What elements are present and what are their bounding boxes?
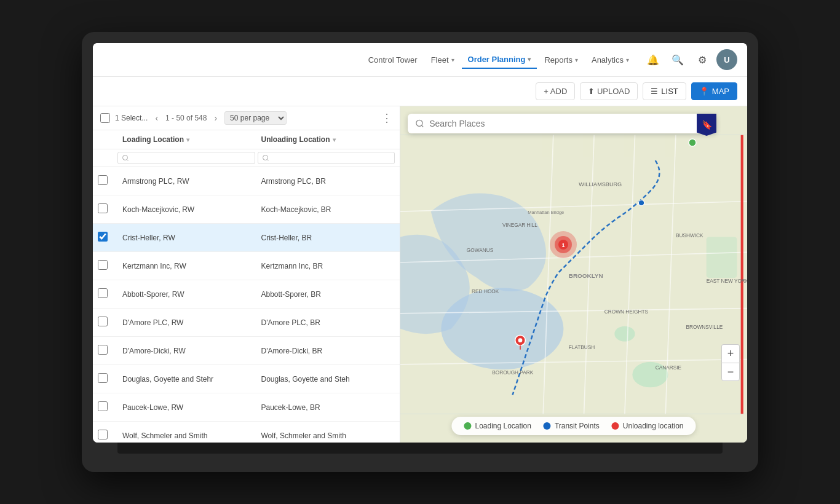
unloading-location-header[interactable]: Unloading Location ▾: [256, 130, 395, 149]
row-checkbox-cell-1: [98, 175, 117, 187]
svg-point-4: [614, 326, 635, 342]
transit-pin: [637, 199, 646, 210]
column-headers: Loading Location ▾ Unloading Location ▾: [93, 130, 400, 149]
row-5-loading: Abbott-Sporer, RW: [117, 286, 256, 302]
per-page-select[interactable]: 50 per page 25 per page 100 per page: [224, 111, 287, 125]
row-8-checkbox[interactable]: [98, 373, 108, 383]
nav-reports[interactable]: Reports ▾: [538, 52, 584, 68]
svg-text:BUSHWICK: BUSHWICK: [676, 232, 703, 238]
map-legend: Loading Location Transit Points Unloadin…: [451, 417, 695, 435]
fleet-chevron: ▾: [451, 57, 454, 63]
row-1-checkbox[interactable]: [98, 175, 108, 185]
list-icon: ☰: [651, 87, 658, 96]
map-view-button[interactable]: 📍 MAP: [691, 82, 737, 100]
nav-order-planning[interactable]: Order Planning ▾: [462, 51, 537, 69]
row-10-checkbox[interactable]: [98, 430, 108, 439]
svg-text:RED HOOK: RED HOOK: [472, 288, 499, 294]
zoom-in-button[interactable]: +: [721, 344, 740, 363]
row-10-unloading: Wolf, Schmeler and Smith: [256, 428, 395, 443]
svg-text:CANARSIE: CANARSIE: [656, 364, 682, 371]
svg-text:EAST NEW YORK: EAST NEW YORK: [707, 278, 747, 284]
selected-count: 1 Select...: [115, 114, 148, 122]
content-area: 1 Select... ‹ 1 - 50 of 548 › 50 per pag…: [93, 106, 747, 443]
row-3-unloading: Crist-Heller, BR: [256, 230, 395, 246]
row-5-checkbox[interactable]: [98, 288, 108, 298]
nav-fleet[interactable]: Fleet ▾: [425, 52, 461, 68]
loading-legend-label: Loading Location: [475, 422, 531, 430]
map-icon: 📍: [699, 87, 709, 96]
table-row: Wolf, Schmeler and Smith Wolf, Schmeler …: [93, 422, 400, 443]
svg-point-28: [689, 139, 696, 146]
row-5-unloading: Abbott-Sporer, BR: [256, 286, 395, 302]
table-row: D'Amore PLC, RW D'Amore PLC, BR: [93, 309, 400, 337]
map-search-bar: [408, 114, 716, 133]
svg-point-33: [638, 200, 644, 205]
svg-text:BROWNSVILLE: BROWNSVILLE: [686, 324, 723, 330]
row-8-loading: Douglas, Goyette and Stehr: [117, 371, 256, 387]
upload-button[interactable]: ⬆ UPLOAD: [580, 82, 638, 100]
add-button[interactable]: + ADD: [536, 82, 575, 100]
loading-location-search[interactable]: [117, 152, 255, 164]
map-search-input[interactable]: [429, 119, 709, 128]
nav-analytics[interactable]: Analytics ▾: [585, 52, 635, 68]
row-1-unloading: Armstrong PLC, BR: [256, 173, 395, 189]
user-avatar-button[interactable]: U: [716, 49, 737, 70]
zoom-out-button[interactable]: −: [721, 363, 740, 381]
unloading-sort-icon: ▾: [333, 136, 336, 143]
laptop-frame: Control Tower Fleet ▾ Order Planning ▾ R…: [82, 32, 758, 472]
svg-text:BOROUGH PARK: BOROUGH PARK: [492, 369, 534, 376]
row-4-checkbox[interactable]: [98, 260, 108, 270]
row-9-checkbox[interactable]: [98, 401, 108, 411]
svg-text:WILLIAMSBURG: WILLIAMSBURG: [579, 181, 622, 187]
search-button[interactable]: 🔍: [667, 49, 688, 70]
row-2-loading: Koch-Macejkovic, RW: [117, 202, 256, 218]
next-page-button[interactable]: ›: [212, 112, 220, 124]
destination-pin: [687, 137, 698, 151]
row-6-loading: D'Amore PLC, RW: [117, 315, 256, 331]
svg-text:FLATBUSH: FLATBUSH: [569, 344, 595, 350]
nav-control-tower[interactable]: Control Tower: [362, 52, 424, 68]
row-7-unloading: D'Amore-Dicki, BR: [256, 343, 395, 359]
pagination-info: 1 - 50 of 548: [165, 114, 207, 122]
row-2-checkbox[interactable]: [98, 203, 108, 213]
notification-button[interactable]: 🔔: [643, 49, 664, 70]
zoom-controls: + −: [721, 344, 740, 381]
loading-pin-main: 1: [548, 229, 579, 262]
table-rows: Armstrong PLC, RW Armstrong PLC, BR Koch…: [93, 167, 400, 443]
list-view-button[interactable]: ☰ LIST: [643, 82, 686, 100]
order-planning-chevron: ▾: [528, 56, 531, 63]
row-3-loading: Crist-Heller, RW: [117, 230, 256, 246]
table-row: Abbott-Sporer, RW Abbott-Sporer, BR: [93, 280, 400, 309]
select-all-checkbox[interactable]: [100, 113, 110, 123]
map-panel: WILLIAMSBURG VINEGAR HILL BROOKLYN RED H…: [400, 106, 747, 443]
analytics-chevron: ▾: [626, 57, 629, 63]
svg-rect-5: [707, 237, 737, 278]
row-4-unloading: Kertzmann Inc, BR: [256, 258, 395, 274]
toolbar: + ADD ⬆ UPLOAD ☰ LIST 📍 MAP: [93, 77, 747, 106]
svg-text:BROOKLYN: BROOKLYN: [569, 272, 603, 279]
row-6-checkbox[interactable]: [98, 317, 108, 326]
map-bookmark-button[interactable]: 🔖: [697, 114, 716, 136]
unloading-legend-label: Unloading location: [623, 422, 684, 430]
row-9-loading: Paucek-Lowe, RW: [117, 400, 256, 415]
loading-location-header[interactable]: Loading Location ▾: [117, 130, 256, 149]
row-7-checkbox[interactable]: [98, 345, 108, 355]
svg-text:Manhattan Bridge: Manhattan Bridge: [528, 210, 564, 215]
loading-legend-dot: [464, 422, 471, 430]
table-row: D'Amore-Dicki, RW D'Amore-Dicki, BR: [93, 337, 400, 365]
unloading-pin: [514, 334, 526, 353]
more-options-button[interactable]: ⋮: [381, 111, 392, 125]
map-background: WILLIAMSBURG VINEGAR HILL BROOKLYN RED H…: [400, 106, 747, 443]
table-pagination-bar: 1 Select... ‹ 1 - 50 of 548 › 50 per pag…: [93, 106, 400, 130]
transit-legend-label: Transit Points: [555, 422, 600, 430]
screen: Control Tower Fleet ▾ Order Planning ▾ R…: [93, 43, 747, 443]
table-row: Douglas, Goyette and Stehr Douglas, Goye…: [93, 365, 400, 393]
table-row: Koch-Macejkovic, RW Koch-Macejkovic, BR: [93, 195, 400, 224]
settings-button[interactable]: ⚙: [692, 49, 713, 70]
unloading-location-search[interactable]: [258, 152, 395, 164]
row-3-checkbox[interactable]: [98, 232, 108, 242]
table-row-selected: Crist-Heller, RW Crist-Heller, BR: [93, 224, 400, 252]
svg-text:VINEGAR HILL: VINEGAR HILL: [502, 222, 537, 228]
unloading-legend-dot: [612, 422, 619, 430]
prev-page-button[interactable]: ‹: [153, 112, 160, 124]
